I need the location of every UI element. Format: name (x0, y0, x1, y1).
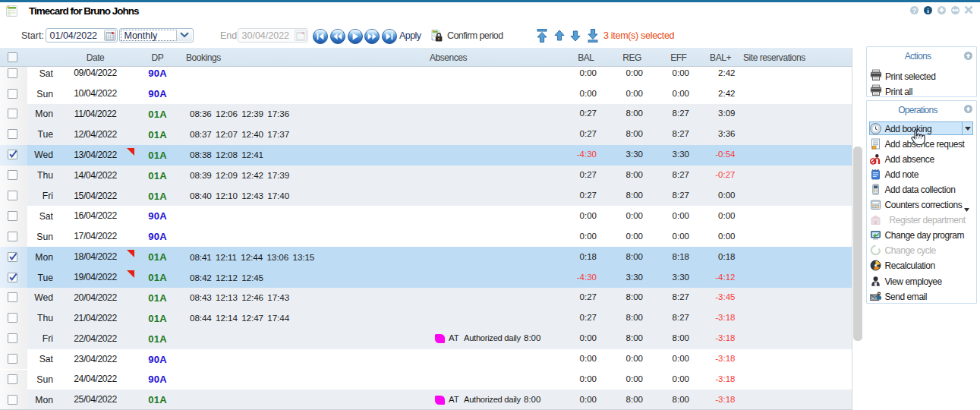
svg-text:i: i (927, 7, 929, 14)
svg-text:?: ? (912, 7, 917, 14)
